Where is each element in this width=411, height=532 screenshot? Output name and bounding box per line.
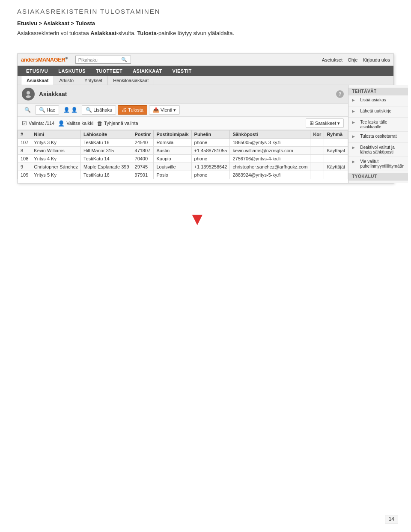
table-cell: Yritys 3 Ky xyxy=(31,139,81,147)
main-content: Asiakkaat ? 🔍 🔍 Hae 👤 👤 🔍 Lisäha xyxy=(18,85,348,183)
col-postitoimipaikka: Postitoimipaik xyxy=(154,130,191,139)
arrow-indicator: ▼ xyxy=(188,209,206,229)
quick-search-icon: 🔍 xyxy=(24,107,31,113)
sarakkeet-btn[interactable]: ⊞ Sarakkeet ▾ xyxy=(306,118,344,128)
logo-anders: anders xyxy=(21,56,38,63)
sidebar-item-label: Tee lasku tälle asiakkaalle xyxy=(360,120,404,129)
export-icon: 📤 xyxy=(153,107,159,113)
sidebar-item[interactable]: ▶Tulosta osoitetarrat xyxy=(348,132,408,143)
table-cell: Yritys 5 Ky xyxy=(31,171,81,179)
col-kor: Kor xyxy=(310,130,324,139)
logout-link[interactable]: Kirjaudu ulos xyxy=(363,57,390,62)
sidebar-item[interactable]: ▶Lisää asiakas xyxy=(348,95,408,106)
sidebar-item[interactable]: ▶Tee lasku tälle asiakkaalle xyxy=(348,118,408,132)
nav-tuotteet[interactable]: TUOTTEET xyxy=(91,66,128,76)
sidebar-item-icon: ▶ xyxy=(352,134,358,140)
table-cell: Kevin Williams xyxy=(31,147,81,155)
search-box[interactable]: 🔍 xyxy=(75,56,131,64)
help-button[interactable]: ? xyxy=(336,90,344,98)
table-cell: Louisville xyxy=(154,163,191,171)
table-cell xyxy=(310,155,324,163)
quick-search-btn[interactable]: 🔍 xyxy=(22,106,33,114)
svg-point-0 xyxy=(27,91,30,95)
table-cell: 471807 xyxy=(132,147,154,155)
subnav-arkisto[interactable]: Arkisto xyxy=(54,76,79,85)
col-id: # xyxy=(18,130,31,139)
tyokalut-title: TYÖKALUT xyxy=(348,173,408,180)
table-cell: 1865005@yritys-3-ky.fi xyxy=(230,139,310,147)
help-link[interactable]: Ohje xyxy=(348,57,357,62)
table-cell: Christopher Sánchez xyxy=(31,163,81,171)
subnav-asiakkaat[interactable]: Asiakkaat xyxy=(21,76,54,85)
nav-laskutus[interactable]: LASKUTUS xyxy=(53,66,91,76)
valinta-area[interactable]: ☑ Valinta: /114 xyxy=(22,120,54,127)
valitse-kaikki-icon: 👤 xyxy=(58,120,65,127)
table-cell: 8 xyxy=(18,147,31,155)
table-cell: Maple Esplanade 399 xyxy=(81,163,132,171)
app-logo: andersMANAGER® xyxy=(21,56,68,63)
table-cell: +1 1395258642 xyxy=(191,163,230,171)
page-header-title: Asiakkaat xyxy=(39,91,67,98)
table-row[interactable]: 109Yritys 5 KyTestiKatu 1697901Posiophon… xyxy=(18,171,348,179)
table-cell: Posio xyxy=(154,171,191,179)
table-cell: 24540 xyxy=(132,139,154,147)
table-row[interactable]: 107Yritys 3 KyTestiKatu 1624540Romsilaph… xyxy=(18,139,348,147)
subnav-yritykset[interactable]: Yritykset xyxy=(79,76,108,85)
advanced-search-icon: 🔍 xyxy=(86,107,92,113)
search-icon2: 🔍 xyxy=(39,107,45,113)
selection-bar: ☑ Valinta: /114 👤 Valitse kaikki 🗑 Tyhje… xyxy=(18,117,348,130)
description: Asiakasrekisterin voi tulostaa Asiakkaat… xyxy=(17,30,394,36)
table-cell: phone xyxy=(191,171,230,179)
nav-asiakkaat[interactable]: ASIAKKAAT xyxy=(128,66,167,76)
valitse-kaikki-btn[interactable]: 👤 Valitse kaikki xyxy=(58,120,93,127)
tyhjenna-icon: 🗑 xyxy=(97,120,102,127)
nav-etusivu[interactable]: ETUSIVU xyxy=(21,66,53,76)
table-cell: 2883924@yritys-5-ky.fi xyxy=(230,171,310,179)
person-icon1: 👤 xyxy=(63,107,70,113)
table-cell: 108 xyxy=(18,155,31,163)
advanced-search-button[interactable]: 🔍 Lisähaku xyxy=(82,105,116,115)
customers-table: # Nimi Lähiosoite Postinr Postitoimipaik… xyxy=(18,130,348,179)
table-cell xyxy=(324,155,348,163)
table-row[interactable]: 8Kevin WilliamsHill Manor 315471807Austi… xyxy=(18,147,348,155)
sidebar-item-label: Deaktivoi valitut ja lähetä sähköposti xyxy=(360,145,404,154)
sidebar-item[interactable]: ▶Lähetä uutiskirje xyxy=(348,106,408,118)
table-cell: Austin xyxy=(154,147,191,155)
table-row[interactable]: 108Yritys 4 KyTestiKatu 1470400Kuopiopho… xyxy=(18,155,348,163)
table-row[interactable]: 9Christopher SánchezMaple Esplanade 3992… xyxy=(18,163,348,171)
sidebar-item-label: Tulosta osoitetarrat xyxy=(360,134,396,139)
nav-viestit[interactable]: VIESTIT xyxy=(167,66,197,76)
svg-point-1 xyxy=(26,95,31,98)
print-button[interactable]: 🖨 Tulosta xyxy=(118,105,147,115)
sidebar-item-icon: ▶ xyxy=(352,145,358,151)
col-nimi: Nimi xyxy=(31,130,81,139)
table-cell: Hill Manor 315 xyxy=(81,147,132,155)
table-cell: Yritys 4 Ky xyxy=(31,155,81,163)
table-cell: 109 xyxy=(18,171,31,179)
sidebar-item[interactable]: ▶Vie valitut puhelinmyyntiliittymään xyxy=(348,157,408,171)
table-cell: 107 xyxy=(18,139,31,147)
breadcrumb: Etusivu > Asiakkaat > Tulosta xyxy=(17,20,394,27)
settings-link[interactable]: Asetukset xyxy=(322,57,342,62)
export-button[interactable]: 📤 Vienti ▾ xyxy=(149,105,180,115)
sidebar-item[interactable]: ▶Deaktivoi valitut ja lähetä sähköposti xyxy=(348,143,408,157)
table-cell: Kuopio xyxy=(154,155,191,163)
tyhjenna-valinta-btn[interactable]: 🗑 Tyhjennä valinta xyxy=(97,120,138,127)
tehtavat-title: TEHTÄVÄT xyxy=(348,88,408,95)
table-cell: phone xyxy=(191,139,230,147)
table-cell: Romsila xyxy=(154,139,191,147)
search-input[interactable] xyxy=(78,57,121,62)
table-cell: kevin.williams@nzrrsgts.com xyxy=(230,147,310,155)
table-cell: TestiKatu 16 xyxy=(81,139,132,147)
table-cell: Käyttäjät xyxy=(324,147,348,155)
table-cell: +1 4588781055 xyxy=(191,147,230,155)
table-cell xyxy=(310,163,324,171)
valinta-icon: ☑ xyxy=(22,120,27,127)
sidebar: TEHTÄVÄT ▶Lisää asiakas▶Lähetä uutiskirj… xyxy=(348,85,408,183)
person-icon2: 👤 xyxy=(71,107,77,113)
table-cell: Käyttäjät xyxy=(324,163,348,171)
subnav-henkiloasiakkaat[interactable]: Henkilöasiakkaat xyxy=(108,76,154,85)
table-cell: 70400 xyxy=(132,155,154,163)
table-cell: 29745 xyxy=(132,163,154,171)
search-button[interactable]: 🔍 Hae xyxy=(35,105,59,115)
